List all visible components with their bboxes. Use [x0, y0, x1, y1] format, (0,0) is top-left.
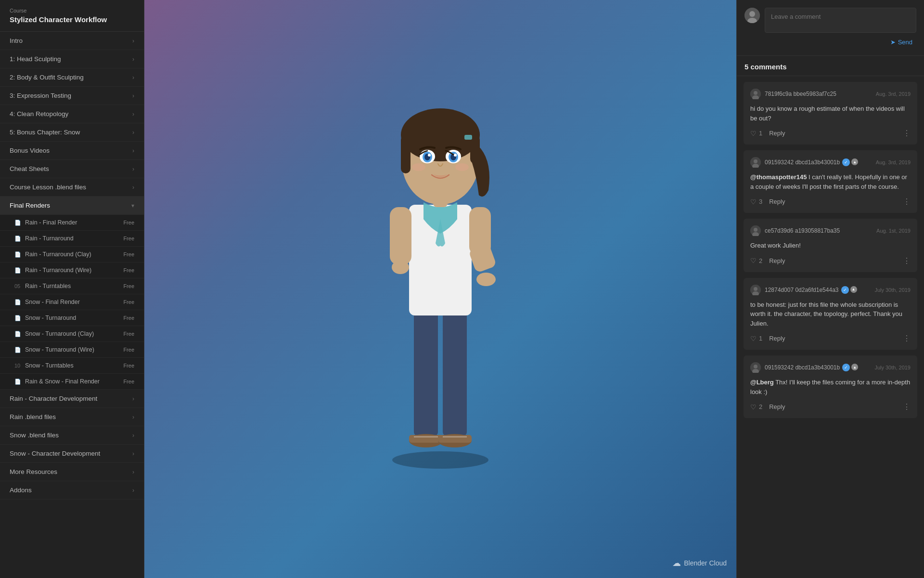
lesson-number: 10: [14, 363, 22, 368]
lesson-badge: Free: [123, 331, 134, 337]
more-options-button[interactable]: ⋮: [903, 402, 911, 411]
svg-point-27: [454, 154, 457, 157]
lesson-name: Rain - Final Render: [25, 219, 119, 226]
lesson-item[interactable]: 📄Rain - Final RenderFree: [0, 215, 144, 231]
sidebar-item-snow-blend[interactable]: Snow .blend files›: [0, 426, 144, 445]
author-badge: ✓: [842, 158, 850, 166]
final-renders-label: Final Renders: [10, 202, 50, 209]
sidebar-item-expression[interactable]: 3: Expression Testing›: [0, 87, 144, 105]
sidebar-item-label: Cheat Sheets: [10, 165, 49, 172]
reply-button[interactable]: Reply: [769, 257, 785, 264]
comment-like-button[interactable]: ♡ 1: [750, 335, 762, 342]
lesson-item[interactable]: 📄Snow - TurnaroundFree: [0, 310, 144, 326]
svg-rect-19: [464, 135, 472, 140]
sidebar-item-intro[interactable]: Intro›: [0, 32, 144, 50]
sidebar-item-label: 3: Expression Testing: [10, 92, 71, 99]
comment-input[interactable]: [765, 8, 916, 33]
lesson-item[interactable]: 10Snow - TurntablesFree: [0, 358, 144, 374]
comment-header: ce57d39d6 a193058817ba35 Aug. 1st, 2019: [750, 225, 911, 236]
comment-author-name: 7819f6c9a bbee5983af7c25: [765, 91, 836, 97]
lesson-item[interactable]: 📄Rain - TurnaroundFree: [0, 231, 144, 247]
sidebar: Course Stylized Character Workflow Intro…: [0, 0, 144, 578]
sidebar-item-bonus-videos[interactable]: Bonus Videos›: [0, 142, 144, 160]
final-renders-item[interactable]: Final Renders ▾: [0, 197, 144, 215]
more-options-button[interactable]: ⋮: [903, 334, 911, 343]
comment-date: Aug. 3rd, 2019: [876, 159, 911, 165]
sidebar-item-bonus-snow[interactable]: 5: Bonus Chapter: Snow›: [0, 123, 144, 142]
svg-point-29: [455, 163, 469, 171]
sidebar-item-cheat-sheets[interactable]: Cheat Sheets›: [0, 160, 144, 178]
sidebar-item-blend-files[interactable]: Course Lesson .blend files›: [0, 178, 144, 197]
author-badge-2: ▲: [851, 158, 858, 165]
comment-author-badges: ✓▲: [841, 286, 857, 294]
lesson-list: 📄Rain - Final RenderFree📄Rain - Turnarou…: [0, 215, 144, 390]
sidebar-item-head-sculpting[interactable]: 1: Head Sculpting›: [0, 50, 144, 68]
like-count: 1: [759, 130, 762, 137]
more-options-button[interactable]: ⋮: [903, 256, 911, 265]
svg-rect-0: [414, 311, 438, 436]
lesson-badge: Free: [123, 267, 134, 273]
send-label: Send: [898, 39, 912, 46]
sidebar-bottom-nav: Rain - Character Development›Rain .blend…: [0, 390, 144, 499]
reply-button[interactable]: Reply: [769, 335, 785, 342]
lesson-name: Rain - Turntables: [25, 283, 119, 289]
comment-like-button[interactable]: ♡ 3: [750, 198, 762, 206]
cloud-icon: ☁: [672, 558, 681, 568]
chevron-right-icon: ›: [132, 487, 134, 494]
comment-like-button[interactable]: ♡ 1: [750, 130, 762, 137]
chevron-right-icon: ›: [132, 129, 134, 136]
heart-icon: ♡: [750, 257, 757, 264]
comment-header: 7819f6c9a bbee5983af7c25 Aug. 3rd, 2019: [750, 89, 911, 99]
svg-point-28: [412, 163, 425, 171]
course-title: Stylized Character Workflow: [0, 15, 144, 31]
sidebar-item-snow-char[interactable]: Snow - Character Development›: [0, 445, 144, 463]
comment-actions: ♡ 2 Reply ⋮: [750, 256, 911, 265]
heart-icon: ♡: [750, 198, 757, 206]
chevron-right-icon: ›: [132, 92, 134, 99]
reply-button[interactable]: Reply: [769, 198, 785, 205]
lesson-name: Snow - Turnaround (Clay): [25, 330, 119, 337]
sidebar-item-rain-char[interactable]: Rain - Character Development›: [0, 390, 144, 408]
comment-author: 091593242 dbcd1a3b43001b ✓▲: [765, 364, 871, 371]
sidebar-item-addons[interactable]: Addons›: [0, 481, 144, 499]
comment-actions: ♡ 1 Reply ⋮: [750, 129, 911, 138]
comment-card: 091593242 dbcd1a3b43001b ✓▲ July 30th, 2…: [744, 355, 917, 418]
comment-actions: ♡ 3 Reply ⋮: [750, 197, 911, 206]
lesson-item[interactable]: 05Rain - TurntablesFree: [0, 278, 144, 294]
comment-date: Aug. 3rd, 2019: [876, 91, 911, 97]
chevron-right-icon: ›: [132, 414, 134, 420]
svg-point-41: [754, 228, 757, 232]
sidebar-item-body-outfit[interactable]: 2: Body & Outfit Sculpting›: [0, 68, 144, 87]
lesson-name: Rain - Turnaround (Wire): [25, 267, 119, 274]
sidebar-item-label: Course Lesson .blend files: [10, 184, 86, 191]
lesson-item[interactable]: 📄Rain & Snow - Final RenderFree: [0, 374, 144, 390]
reply-button[interactable]: Reply: [769, 130, 785, 137]
comment-like-button[interactable]: ♡ 2: [750, 403, 762, 411]
lesson-item[interactable]: 📄Snow - Turnaround (Wire)Free: [0, 342, 144, 358]
chevron-right-icon: ›: [132, 395, 134, 402]
chevron-right-icon: ›: [132, 147, 134, 154]
svg-point-44: [754, 287, 757, 291]
reply-button[interactable]: Reply: [769, 403, 785, 410]
sidebar-item-rain-blend[interactable]: Rain .blend files›: [0, 408, 144, 426]
sidebar-item-more-resources[interactable]: More Resources›: [0, 463, 144, 481]
sidebar-item-retopology[interactable]: 4: Clean Retopology›: [0, 105, 144, 123]
more-options-button[interactable]: ⋮: [903, 197, 911, 206]
comment-header: 091593242 dbcd1a3b43001b ✓▲ July 30th, 2…: [750, 362, 911, 373]
lesson-item[interactable]: 📄Rain - Turnaround (Clay)Free: [0, 247, 144, 263]
comment-like-button[interactable]: ♡ 2: [750, 257, 762, 264]
lesson-name: Rain - Turnaround: [25, 235, 119, 242]
chevron-right-icon: ›: [132, 74, 134, 81]
comments-list: 7819f6c9a bbee5983af7c25 Aug. 3rd, 2019 …: [737, 76, 924, 424]
send-button[interactable]: ➤ Send: [886, 37, 916, 48]
lesson-badge: Free: [123, 347, 134, 353]
svg-point-47: [754, 365, 757, 368]
lesson-item[interactable]: 📄Snow - Final RenderFree: [0, 294, 144, 310]
current-user-avatar: [744, 8, 760, 23]
comment-actions: ♡ 1 Reply ⋮: [750, 334, 911, 343]
lesson-item[interactable]: 📄Snow - Turnaround (Clay)Free: [0, 326, 144, 342]
comment-avatar: [750, 285, 761, 295]
send-icon: ➤: [890, 39, 896, 46]
lesson-item[interactable]: 📄Rain - Turnaround (Wire)Free: [0, 263, 144, 278]
more-options-button[interactable]: ⋮: [903, 129, 911, 138]
